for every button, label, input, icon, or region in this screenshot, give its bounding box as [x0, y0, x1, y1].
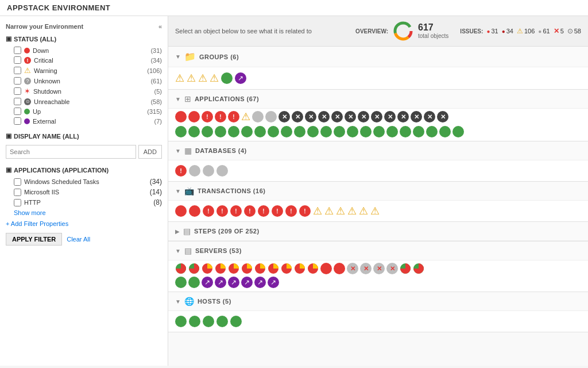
servers-header[interactable]: ▼ ▤ SERVERS (53) — [168, 241, 588, 260]
groups-title: GROUPS (6) — [199, 53, 239, 60]
applications-chevron: ▼ — [175, 96, 181, 102]
overview-section: OVERVIEW: 617 total objects — [355, 21, 448, 41]
groups-header[interactable]: ▼ 📁 GROUPS (6) — [168, 47, 588, 67]
display-name-section[interactable]: ▣ DISPLAY NAME (ALL) — [0, 129, 168, 143]
app-green-21 — [439, 126, 451, 137]
checkbox-external[interactable] — [14, 117, 21, 125]
server-xgray-2: ✕ — [360, 263, 372, 274]
app-red-2 — [188, 111, 200, 122]
app-xdark-9: ✕ — [384, 111, 396, 122]
app-green-12 — [320, 126, 332, 137]
filter-down[interactable]: Down (31) — [0, 45, 168, 55]
issue-yellow: ● 61 — [538, 28, 550, 34]
filter-unreachable[interactable]: ⊙ Unreachable (58) — [0, 97, 168, 106]
checkbox-up[interactable] — [14, 108, 21, 115]
filter-iis[interactable]: Microsoft IIS (14) — [0, 187, 168, 197]
hosts-chevron: ▼ — [175, 298, 181, 305]
hosts-header[interactable]: ▼ 🌐 HOSTS (5) — [168, 292, 588, 311]
issue-gray: ⊙ 58 — [567, 27, 581, 35]
app-xdark-5: ✕ — [331, 111, 343, 122]
app-xdark-12: ✕ — [424, 111, 435, 122]
app-xdark-6: ✕ — [345, 111, 356, 122]
checkbox-shutdown[interactable] — [14, 87, 21, 95]
filter-up[interactable]: Up (315) — [0, 106, 168, 116]
checkbox-down[interactable] — [14, 47, 21, 54]
server-pie-sm-1 — [400, 263, 411, 274]
narrow-label: Narrow your Environment — [6, 23, 83, 30]
category-transactions: ▼ 📺 TRANSACTIONS (16) ! ! ! ! ! ! ! ! ⚠ — [168, 182, 588, 222]
server-pie-8 — [268, 263, 279, 274]
issue-yellow-dot: ● — [538, 28, 541, 34]
server-pie-sm-2 — [413, 263, 424, 274]
checkbox-unreachable[interactable] — [14, 98, 21, 105]
app-red-ex-1: ! — [202, 111, 213, 122]
search-input[interactable] — [6, 145, 136, 159]
server-pie-1 — [175, 263, 187, 274]
add-button[interactable]: ADD — [138, 145, 162, 159]
transactions-body: ! ! ! ! ! ! ! ! ⚠ ⚠ ⚠ ⚠ ⚠ ⚠ — [168, 201, 588, 221]
category-applications: ▼ ⊞ APPLICATIONS (67) ! ! ! ⚠ ✕ ✕ ✕ ✕ — [168, 90, 588, 141]
db-icon: ▦ — [184, 146, 192, 155]
applications-section[interactable]: ▣ APPLICATIONS (APPLICATION) — [0, 163, 168, 177]
overview-numbers: 617 total objects — [418, 23, 448, 39]
filter-unknown[interactable]: ? Unknown (61) — [0, 76, 168, 86]
app-green-13 — [334, 126, 345, 137]
issue-darkred-dot: ● — [502, 28, 505, 34]
server-red-2 — [334, 263, 345, 274]
txn-warn-1: ⚠ — [313, 205, 322, 217]
server-pie-4 — [215, 263, 226, 274]
checkbox-windows[interactable] — [14, 178, 21, 186]
server-arrow-6: ↗ — [268, 277, 279, 288]
app-xdark-2: ✕ — [292, 111, 303, 122]
app-xdark-11: ✕ — [411, 111, 422, 122]
checkbox-critical[interactable] — [14, 56, 21, 64]
server-arrow-5: ↗ — [254, 277, 266, 288]
clear-all-button[interactable]: Clear All — [67, 236, 90, 243]
checkbox-iis[interactable] — [14, 189, 21, 196]
applications-title: APPLICATIONS (67) — [195, 95, 259, 102]
server-red-1 — [320, 263, 332, 274]
databases-header[interactable]: ▼ ▦ DATABASES (4) — [168, 141, 588, 160]
show-more[interactable]: Show more — [0, 208, 168, 218]
dot-up — [24, 109, 30, 114]
filter-windows[interactable]: Windows Scheduled Tasks (34) — [0, 177, 168, 187]
filter-buttons: APPLY FILTER Clear All — [0, 229, 168, 249]
collapse-icon[interactable]: « — [158, 23, 162, 30]
filter-external[interactable]: External (7) — [0, 116, 168, 126]
app-xdark-7: ✕ — [358, 111, 369, 122]
icon-shutdown: ✶ — [24, 87, 30, 95]
txn-red-ex-5: ! — [258, 205, 269, 217]
checkbox-http[interactable] — [14, 199, 21, 206]
app-red-1 — [175, 111, 187, 122]
issue-red-dot: ● — [486, 28, 490, 34]
server-pie-10 — [294, 263, 305, 274]
txn-red-1 — [175, 205, 187, 217]
app-red-ex-3: ! — [228, 111, 239, 122]
steps-header[interactable]: ▶ ▤ STEPS (209 OF 252) — [168, 222, 588, 241]
issue-red-count: 31 — [491, 28, 498, 34]
server-arrow-3: ↗ — [228, 277, 239, 288]
filter-critical[interactable]: ! Critical (34) — [0, 55, 168, 65]
warn-icon-1: ⚠ — [175, 72, 184, 85]
transactions-header[interactable]: ▼ 📺 TRANSACTIONS (16) — [168, 182, 588, 201]
status-section[interactable]: ▣ STATUS (ALL) — [0, 32, 168, 45]
servers-chevron: ▼ — [175, 248, 181, 254]
checkbox-unknown[interactable] — [14, 77, 21, 85]
apply-filter-button[interactable]: APPLY FILTER — [6, 233, 62, 246]
checkbox-warning[interactable] — [14, 67, 21, 74]
minus-icon: ▣ — [6, 35, 11, 43]
txn-warn-3: ⚠ — [336, 205, 345, 217]
app-green-10 — [294, 126, 305, 137]
applications-header[interactable]: ▼ ⊞ APPLICATIONS (67) — [168, 90, 588, 109]
filter-http[interactable]: HTTP (8) — [0, 197, 168, 208]
host-green-4 — [216, 316, 228, 327]
add-filter[interactable]: + Add Filter Properties — [0, 218, 168, 229]
icon-warning: ⚠ — [24, 66, 31, 75]
issue-x-icon: ✕ — [554, 27, 559, 35]
filter-warning[interactable]: ⚠ Warning (106) — [0, 65, 168, 76]
issue-red: ● 31 — [486, 28, 498, 34]
txn-warn-2: ⚠ — [324, 205, 334, 217]
filter-shutdown[interactable]: ✶ Shutdown (5) — [0, 86, 168, 97]
applications-row2 — [168, 125, 588, 141]
db-red-ex: ! — [175, 165, 187, 177]
